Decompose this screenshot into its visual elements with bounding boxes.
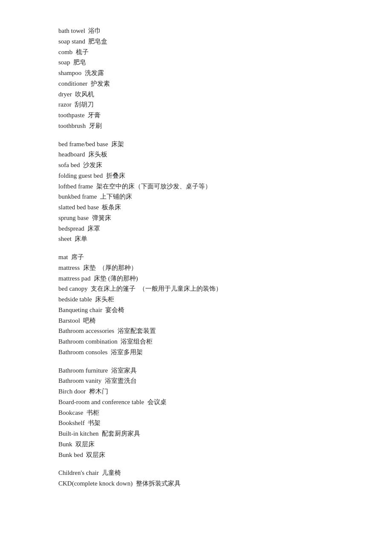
vocab-line: Bathroom consoles 浴室多用架 [58,347,334,358]
vocab-english: razor [58,101,75,108]
vocab-english: mattress [58,264,83,271]
vocab-line: dryer 吹风机 [58,89,334,100]
vocab-line: Bunk 双层床 [58,439,334,450]
vocab-chinese: 牙膏 [88,112,101,119]
vocab-line: shampoo 洗发露 [58,68,334,78]
vocab-chinese: 刮胡刀 [75,101,94,108]
vocab-english: Bathroom accessories [58,327,118,334]
vocab-line: sprung base 弹簧床 [58,213,334,223]
vocab-english: bed frame/bed base [58,141,111,147]
vocab-english: Bookshelf [58,419,88,426]
vocab-line: bunkbed frame 上下铺的床 [58,191,334,202]
vocab-english: conditioner [58,80,91,87]
vocab-line: mattress 床垫 （厚的那种） [58,263,334,273]
vocab-english: soap stand [58,38,88,45]
vocab-chinese: 上下铺的床 [100,193,132,200]
vocab-english: toothbrush [58,122,89,129]
vocab-english: bed canopy [58,285,91,292]
vocab-chinese: 浴巾 [88,27,101,34]
vocab-line: Bathroom combination 浴室组合柜 [58,336,334,347]
main-content: bath towel 浴巾soap stand 肥皂盒comb 梳子soap 肥… [58,26,334,489]
section-children-furniture: Children's chair 儿童椅CKD(complete knock d… [58,468,334,489]
vocab-english: bunkbed frame [58,193,100,200]
vocab-english: CKD(complete knock down) [58,480,136,487]
vocab-chinese: 双层床 [86,451,105,458]
vocab-line: sheet 床单 [58,234,334,244]
vocab-english: bedspread [58,225,87,232]
vocab-chinese: 浴室多用架 [111,349,143,356]
vocab-line: razor 刮胡刀 [58,99,334,110]
vocab-chinese: 支在床上的篷子 （一般用于儿童床上的装饰） [91,285,222,292]
vocab-chinese: 吹风机 [75,91,94,98]
vocab-chinese: 板条床 [102,204,121,211]
vocab-english: Bookcase [58,409,86,416]
vocab-chinese: 梳子 [76,49,89,55]
vocab-chinese: 会议桌 [147,399,167,405]
section-bathroom-furniture: Bathroom furniture 浴室家具Bathroom vanity 浴… [58,365,334,460]
vocab-chinese: 洗发露 [85,69,104,76]
vocab-line: mat 席子 [58,252,334,263]
vocab-line: Bathroom accessories 浴室配套装置 [58,326,334,336]
vocab-english: Bunk bed [58,451,86,458]
vocab-english: sprung base [58,214,92,221]
vocab-line: Bookcase 书柜 [58,408,334,418]
vocab-chinese: 儿童椅 [102,469,121,476]
vocab-line: slatted bed base 板条床 [58,202,334,213]
vocab-chinese: 双层床 [75,441,95,448]
vocab-chinese: 桦木门 [89,388,108,395]
vocab-english: sheet [58,235,75,242]
vocab-english: Bathroom furniture [58,367,111,374]
vocab-chinese: 吧椅 [83,317,96,324]
vocab-line: Banqueting chair 宴会椅 [58,305,334,315]
vocab-line: Bathroom vanity 浴室盥洗台 [58,376,334,386]
vocab-line: bedside table 床头柜 [58,294,334,305]
vocab-chinese: 宴会椅 [105,306,124,313]
vocab-english: comb [58,49,76,55]
vocab-english: mattress pad [58,275,94,282]
vocab-line: comb 梳子 [58,47,334,58]
vocab-english: Built-in kitchen [58,430,102,437]
vocab-line: soap 肥皂 [58,57,334,68]
vocab-chinese: 肥皂盒 [88,38,107,45]
vocab-line: headboard 床头板 [58,149,334,160]
vocab-english: Bathroom consoles [58,349,111,356]
vocab-line: Children's chair 儿童椅 [58,468,334,478]
vocab-line: mattress pad 床垫 (薄的那种) [58,273,334,284]
vocab-chinese: 配套厨房家具 [102,430,140,437]
section-bed-furniture: bed frame/bed base 床架headboard 床头板sofa b… [58,139,334,245]
vocab-line: toothpaste 牙膏 [58,110,334,121]
vocab-chinese: 肥皂 [73,59,86,66]
vocab-chinese: 床头柜 [95,296,114,303]
vocab-chinese: 浴室盥洗台 [105,377,137,384]
vocab-line: bedspread 床罩 [58,223,334,234]
vocab-english: headboard [58,151,88,158]
vocab-line: conditioner 护发素 [58,78,334,89]
vocab-english: Birch door [58,388,89,395]
vocab-chinese: 浴室配套装置 [118,327,156,334]
vocab-chinese: 床垫 （厚的那种） [83,264,138,271]
vocab-english: slatted bed base [58,204,102,211]
vocab-line: bed frame/bed base 床架 [58,139,334,150]
vocab-chinese: 整体拆装式家具 [136,480,181,487]
vocab-line: Bookshelf 书架 [58,418,334,428]
vocab-line: Bunk bed 双层床 [58,450,334,460]
vocab-english: soap [58,59,73,66]
section-mattress-accessories: mat 席子mattress 床垫 （厚的那种）mattress pad 床垫 … [58,252,334,358]
vocab-english: toothpaste [58,112,88,119]
vocab-line: loftbed frame 架在空中的床（下面可放沙发、桌子等） [58,181,334,192]
vocab-line: soap stand 肥皂盒 [58,36,334,47]
vocab-english: dryer [58,91,75,98]
vocab-english: Children's chair [58,469,102,476]
vocab-chinese: 床罩 [87,225,100,232]
vocab-chinese: 书架 [88,419,101,426]
vocab-english: loftbed frame [58,183,96,190]
vocab-line: bath towel 浴巾 [58,26,334,36]
vocab-line: bed canopy 支在床上的篷子 （一般用于儿童床上的装饰） [58,283,334,294]
vocab-english: Barstool [58,317,83,324]
vocab-english: bedside table [58,296,95,303]
vocab-line: sofa bed 沙发床 [58,160,334,171]
vocab-line: toothbrush 牙刷 [58,121,334,131]
vocab-english: folding guest bed [58,172,106,179]
vocab-chinese: 床单 [75,235,87,242]
vocab-english: shampoo [58,69,85,76]
